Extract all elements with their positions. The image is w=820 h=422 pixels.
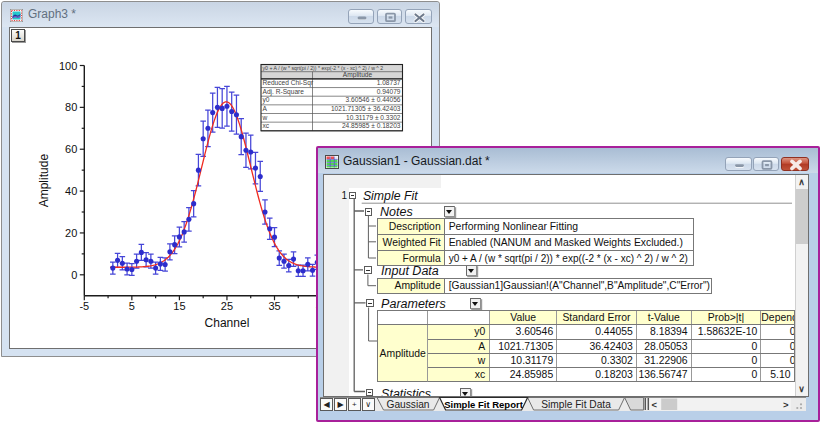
- svg-text:25: 25: [221, 300, 233, 312]
- svg-text:Simple Fit Report: Simple Fit Report: [444, 399, 523, 410]
- svg-text:A: A: [263, 104, 268, 111]
- svg-text:15: 15: [173, 300, 185, 312]
- svg-text:20: 20: [65, 226, 77, 238]
- svg-text:Adj. R-Square: Adj. R-Square: [263, 87, 305, 95]
- svg-text:60: 60: [65, 143, 77, 155]
- svg-text:1021.71305 ± 36.42403: 1021.71305 ± 36.42403: [331, 104, 401, 111]
- svg-text:1.08737: 1.08737: [377, 78, 401, 85]
- svg-text:40: 40: [65, 185, 77, 197]
- svg-text:Simple Fit Data: Simple Fit Data: [541, 399, 611, 410]
- svg-text:<: <: [652, 399, 658, 410]
- svg-text:-5: -5: [79, 300, 89, 312]
- svg-text:Reduced Chi-Sqr: Reduced Chi-Sqr: [263, 78, 314, 86]
- svg-text:w: w: [262, 113, 268, 120]
- svg-text:0.94079: 0.94079: [377, 87, 401, 94]
- svg-text:5: 5: [129, 300, 135, 312]
- svg-text:xc: xc: [263, 122, 270, 129]
- svg-text:Amplitude: Amplitude: [37, 153, 51, 207]
- svg-text:35: 35: [268, 300, 280, 312]
- svg-text:Channel: Channel: [205, 315, 250, 329]
- svg-text:24.85985 ± 0.18203: 24.85985 ± 0.18203: [342, 122, 401, 129]
- svg-text:80: 80: [65, 101, 77, 113]
- svg-text:y0 + A / (w * sqrt(pi / 2)) *: y0 + A / (w * sqrt(pi / 2)) * exp(-2 * (…: [263, 64, 384, 70]
- svg-text:Gaussian: Gaussian: [386, 399, 429, 410]
- svg-text:100: 100: [59, 59, 77, 71]
- svg-text:Amplitude: Amplitude: [343, 70, 373, 78]
- svg-text:3.60546 ± 0.44056: 3.60546 ± 0.44056: [346, 96, 401, 103]
- svg-text:y0: y0: [263, 96, 270, 104]
- svg-text:>: >: [783, 399, 789, 410]
- svg-text:0: 0: [71, 268, 77, 280]
- svg-text:10.31179 ± 0.3302: 10.31179 ± 0.3302: [346, 113, 401, 120]
